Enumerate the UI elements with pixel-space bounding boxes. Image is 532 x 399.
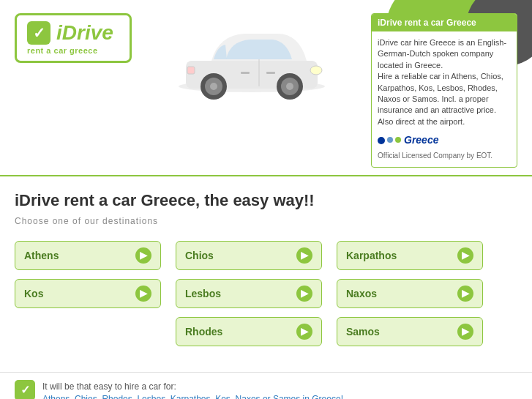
dest-chios-label: Chios: [185, 250, 214, 261]
car-image-area: [132, 13, 371, 101]
footer-links: Athens, Chios, Rhodes, Lesbos, Karpathos…: [42, 394, 343, 399]
link-lesbos[interactable]: Lesbos: [137, 394, 165, 399]
dest-athens[interactable]: Athens ▶: [15, 241, 161, 270]
destinations-subtitle: Choose one of our destinations: [15, 216, 517, 226]
dest-athens-arrow: ▶: [135, 247, 151, 264]
empty-cell: [15, 317, 161, 346]
dest-karpathos[interactable]: Karpathos ▶: [337, 241, 483, 270]
link-chios[interactable]: Chios: [75, 394, 97, 399]
dest-naxos[interactable]: Naxos ▶: [337, 279, 483, 308]
footer-check-icon: ✓: [15, 380, 35, 399]
main-content: iDrive rent a car Greece, the easy way!!…: [0, 176, 532, 372]
logo-brand: iDrive: [56, 21, 113, 45]
footer-area: ✓ It will be that easy to hire a car for…: [0, 372, 532, 399]
dest-rhodes-label: Rhodes: [185, 326, 222, 338]
greece-brand-text: Greece: [404, 133, 438, 148]
svg-point-5: [210, 83, 217, 90]
dest-kos-arrow: ▶: [135, 286, 151, 302]
dest-lesbos-arrow: ▶: [296, 286, 312, 302]
footer-hire-text: It will be that easy to hire a car for:: [42, 380, 343, 394]
dot-green: [395, 137, 401, 143]
dest-lesbos[interactable]: Lesbos ▶: [176, 279, 322, 308]
page-title: iDrive rent a car Greece, the easy way!!: [15, 191, 517, 210]
link-samos[interactable]: Samos: [273, 394, 300, 399]
logo: ✓ iDrive rent a car greece: [15, 13, 132, 63]
dest-karpathos-label: Karpathos: [346, 250, 397, 261]
dest-chios[interactable]: Chios ▶: [176, 241, 322, 270]
footer-suffix: in Greece!: [303, 394, 343, 399]
car-image: [171, 20, 332, 101]
info-box-text: iDrive car hire Greece is an English-Ger…: [378, 37, 511, 127]
dest-naxos-label: Naxos: [346, 288, 377, 299]
link-rhodes[interactable]: Rhodes: [102, 394, 132, 399]
destinations-grid: Athens ▶ Chios ▶ Karpathos ▶ Kos ▶ Lesbo…: [15, 241, 517, 346]
dest-naxos-arrow: ▶: [457, 286, 473, 302]
dest-samos[interactable]: Samos ▶: [337, 317, 483, 346]
svg-rect-12: [266, 72, 275, 74]
logo-check-icon: ✓: [27, 21, 50, 45]
dest-samos-label: Samos: [346, 326, 380, 338]
dest-rhodes-arrow: ▶: [296, 324, 312, 340]
footer-check-section: ✓ It will be that easy to hire a car for…: [15, 380, 517, 399]
dot-blue: [378, 137, 385, 144]
info-box: iDrive rent a car Greece iDrive car hire…: [371, 13, 517, 168]
dest-chios-arrow: ▶: [296, 247, 312, 264]
info-box-title: iDrive rent a car Greece: [372, 14, 517, 31]
link-naxos[interactable]: Naxos: [236, 394, 261, 399]
dest-samos-arrow: ▶: [457, 324, 473, 340]
logo-subtitle: rent a car greece: [27, 46, 98, 55]
header: ✓ iDrive rent a car greece: [0, 0, 532, 176]
svg-rect-10: [187, 67, 195, 74]
svg-rect-11: [241, 72, 250, 74]
greece-logo: Greece: [378, 133, 511, 148]
link-kos[interactable]: Kos: [215, 394, 231, 399]
dest-karpathos-arrow: ▶: [457, 247, 473, 264]
dest-athens-label: Athens: [24, 250, 59, 261]
svg-point-8: [286, 83, 293, 90]
link-karpathos[interactable]: Karpathos: [171, 394, 211, 399]
dest-kos-label: Kos: [24, 288, 43, 299]
footer-content: It will be that easy to hire a car for: …: [42, 380, 343, 399]
dot-sky: [387, 137, 393, 143]
info-box-body: iDrive car hire Greece is an English-Ger…: [372, 31, 517, 167]
greece-dots: [378, 137, 401, 144]
dest-kos[interactable]: Kos ▶: [15, 279, 161, 308]
link-athens[interactable]: Athens: [42, 394, 70, 399]
svg-point-9: [310, 66, 322, 75]
dest-lesbos-label: Lesbos: [185, 288, 221, 299]
eot-text: Official Licensed Company by EOT.: [378, 151, 511, 161]
dest-rhodes[interactable]: Rhodes ▶: [176, 317, 322, 346]
